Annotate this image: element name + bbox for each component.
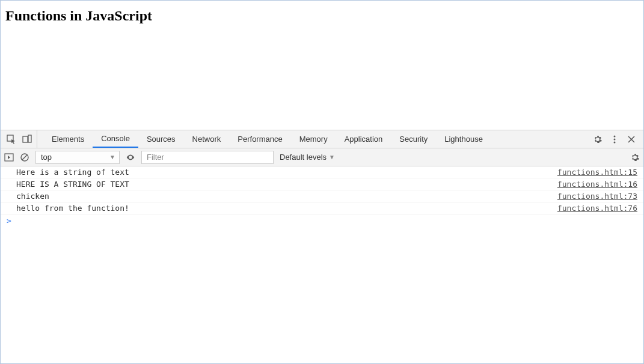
tab-label: Sources (147, 135, 176, 144)
eye-icon[interactable] (126, 153, 135, 162)
log-source-link[interactable]: functions.html:16 (557, 180, 637, 189)
console-prompt[interactable]: > (1, 214, 643, 226)
context-select-value: top (41, 153, 52, 162)
console-body: Here is a string of text functions.html:… (1, 166, 643, 363)
log-source-link[interactable]: functions.html:15 (557, 168, 637, 177)
toggle-sidebar-icon[interactable] (4, 153, 14, 162)
tab-sources[interactable]: Sources (138, 130, 184, 148)
tab-console[interactable]: Console (93, 130, 138, 148)
svg-rect-1 (23, 136, 28, 142)
log-message: HERE IS A STRING OF TEXT (16, 180, 129, 189)
log-message: chicken (16, 192, 49, 201)
svg-point-4 (614, 138, 616, 140)
page-content: Functions in JavaScript (1, 1, 643, 130)
page-title: Functions in JavaScript (5, 8, 639, 24)
svg-point-8 (130, 156, 132, 158)
tab-label: Elements (52, 135, 84, 144)
tabbar-right-controls (593, 135, 640, 144)
levels-select-label: Default levels (280, 153, 327, 162)
tab-lighthouse[interactable]: Lighthouse (436, 130, 491, 148)
svg-point-3 (614, 135, 616, 137)
device-toolbar-icon[interactable] (22, 135, 32, 144)
devtools-tabs: Elements Console Sources Network Perform… (43, 130, 491, 148)
devtools-panel: Elements Console Sources Network Perform… (1, 130, 643, 363)
svg-rect-2 (28, 135, 31, 142)
log-source-link[interactable]: functions.html:76 (557, 204, 637, 213)
log-row: hello from the function! functions.html:… (1, 202, 643, 214)
toolbar-right (630, 153, 640, 162)
devtools-tabbar: Elements Console Sources Network Perform… (1, 130, 643, 148)
tab-security[interactable]: Security (391, 130, 436, 148)
tab-label: Security (399, 135, 428, 144)
chevron-down-icon: ▼ (329, 154, 335, 160)
tab-memory[interactable]: Memory (291, 130, 336, 148)
levels-select[interactable]: Default levels ▼ (280, 153, 335, 162)
tab-label: Lighthouse (444, 135, 483, 144)
console-toolbar: top ▼ Default levels ▼ (1, 148, 643, 166)
tab-label: Application (345, 135, 383, 144)
tabbar-left-icons (4, 130, 37, 148)
tab-label: Console (101, 134, 130, 143)
settings-icon[interactable] (593, 135, 603, 144)
console-settings-icon[interactable] (630, 153, 640, 162)
log-message: hello from the function! (16, 204, 129, 213)
tab-elements[interactable]: Elements (43, 130, 93, 148)
log-message: Here is a string of text (16, 168, 129, 177)
log-source-link[interactable]: functions.html:73 (557, 192, 637, 201)
more-icon[interactable] (610, 135, 619, 144)
tab-application[interactable]: Application (336, 130, 391, 148)
log-row: Here is a string of text functions.html:… (1, 166, 643, 178)
prompt-chevron-icon: > (7, 216, 11, 225)
clear-console-icon[interactable] (20, 153, 29, 162)
log-row: chicken functions.html:73 (1, 190, 643, 202)
chevron-down-icon: ▼ (109, 154, 115, 160)
tab-label: Performance (238, 135, 282, 144)
close-icon[interactable] (627, 135, 636, 144)
inspect-element-icon[interactable] (7, 135, 16, 144)
filter-input[interactable] (141, 151, 274, 164)
tab-label: Memory (299, 135, 328, 144)
tab-performance[interactable]: Performance (229, 130, 290, 148)
tab-network[interactable]: Network (184, 130, 230, 148)
log-row: HERE IS A STRING OF TEXT functions.html:… (1, 178, 643, 190)
tab-label: Network (192, 135, 221, 144)
svg-point-5 (614, 141, 616, 143)
context-select[interactable]: top ▼ (35, 151, 120, 164)
